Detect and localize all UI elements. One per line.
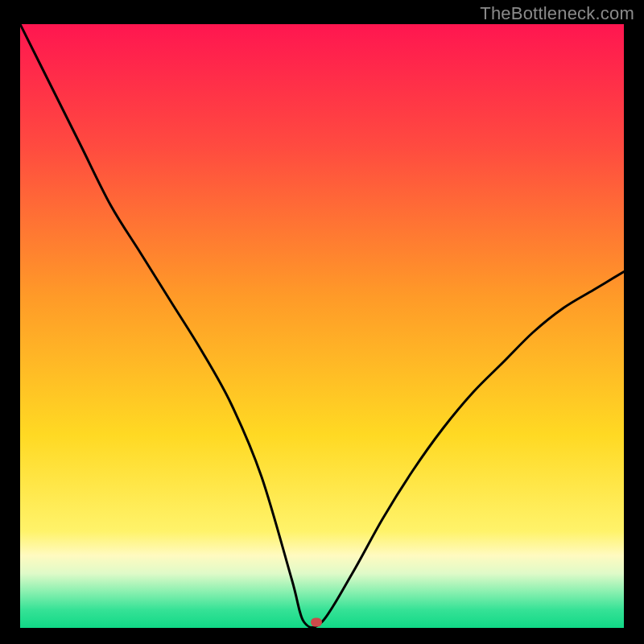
optimal-point-marker	[311, 617, 322, 626]
chart-outer: TheBottleneck.com	[0, 0, 644, 644]
watermark-text: TheBottleneck.com	[480, 3, 634, 24]
plot-area	[20, 24, 624, 628]
bottleneck-curve	[20, 24, 624, 628]
